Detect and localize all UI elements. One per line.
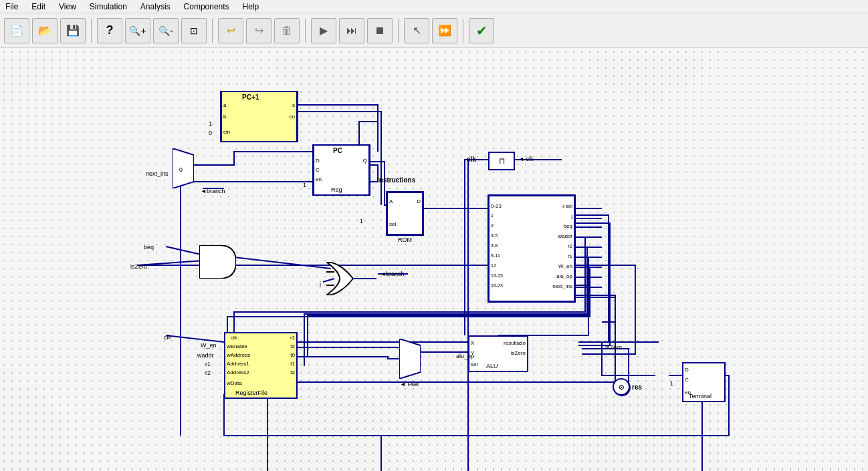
decoder-port-isel: i-sel [562,203,572,209]
zoom-out-button[interactable]: 🔍- [153,18,179,43]
svg-marker-33 [399,339,421,379]
pc-sublabel: Reg [331,186,342,193]
mux-bottom[interactable] [399,339,421,379]
rf-port-r1-val: t2 [290,343,295,349]
pc-plus1-port-s: s [292,102,295,108]
mux-top[interactable]: 0 [173,148,194,188]
delete-button[interactable]: 🗑 [274,18,300,43]
decoder-port-waddr: waddr [558,233,572,239]
open-button[interactable]: 📂 [32,18,58,43]
zoom-fit-button[interactable]: ⊡ [181,18,207,43]
wire-label-branch-top: ◄branch [201,188,225,194]
alu-component[interactable]: X resultado Y isZero sel ALU [468,335,528,372]
decoder-port-r2: r2 [568,243,572,249]
rf-port-wEnable: wEnable [227,343,247,349]
menubar: File Edit View Simulation Analysis Compo… [0,0,868,13]
wire-label-1-terminal: 1 [670,380,673,387]
decoder-component[interactable]: 0-23 i-sel j beq waddr r2 r1 W_en alu_op… [488,195,575,302]
menu-edit[interactable]: Edit [29,1,48,13]
alu-port-resultado: resultado [504,340,526,346]
alu-port-isZero: isZero [511,350,526,356]
separator-2 [212,19,213,43]
menu-components[interactable]: Components [181,1,232,13]
rf-label: RegisterFile [235,389,267,396]
step-forward-button[interactable]: ⏭ [339,18,364,43]
rf-port-clk: clk [231,335,237,341]
rom-port-D: D [417,198,421,204]
check-button[interactable]: ✔ [469,18,494,43]
canvas[interactable]: PC+1 a s b co cin 1 0 PC D C Q en Reg 1 … [0,48,868,471]
wire-label-clk-bottom: clk [164,334,171,341]
menu-view[interactable]: View [56,1,79,13]
res-circle: ⊙ [613,378,630,396]
pc-component[interactable]: PC D C Q en Reg [313,144,370,196]
terminal-port-C: C [685,377,689,383]
clk-component[interactable]: ⊓ [488,152,515,170]
toolbar: 📄 📂 💾 ? 🔍+ 🔍- ⊡ ↩ ↪ 🗑 ▶ ⏭ ⏹ ↖ ⏩ ✔ [0,13,868,48]
zoom-in-button[interactable]: 🔍+ [125,18,150,43]
clk-right-label: ◄ clk [518,156,533,162]
wire-label-beq: beq [144,244,154,251]
separator-3 [305,19,306,43]
play-button[interactable]: ▶ [311,18,336,43]
decoder-range-1623: 16-23 [491,283,503,288]
pc-port-D: D [316,158,320,164]
decoder-port-j: j [571,213,572,219]
decoder-range-38: 3-8 [491,243,498,248]
instructions-rom-component[interactable]: A D sel [387,192,423,235]
pc-plus1-port-b: b [223,114,226,120]
wire-label-waddr-bottom: waddr [197,352,214,359]
redo-button[interactable]: ↪ [246,18,272,43]
wire-label-isel-bottom: ◄ i-sel [400,381,419,387]
decoder-range-1: 1 [491,213,494,218]
rom-port-sel: sel [389,221,396,227]
rf-port-t2: t2 [290,369,295,375]
wire-label-1-top: 1 [209,120,212,127]
or-gate[interactable] [326,262,380,295]
alu-label: ALU [486,363,498,369]
menu-simulation[interactable]: Simulation [87,1,130,13]
res-label: res [632,383,642,391]
rom-port-A: A [389,198,393,204]
pc-plus1-component[interactable]: PC+1 a s b co cin [221,91,298,142]
clk-label: clk [467,156,476,163]
wire-label-isZero: isZero [130,263,147,270]
wire-label-branch-or: ◄branch [380,271,404,277]
new-button[interactable]: 📄 [4,18,29,43]
decoder-port-r1: r1 [568,253,572,259]
help-button[interactable]: ? [97,18,122,43]
decoder-port-wen: W_en [558,263,572,269]
decoder-range-12: 12 [491,263,496,268]
pc-plus1-port-cin: cin [223,129,230,135]
terminal-component[interactable]: D C en Terminal [682,362,726,402]
fast-forward-button[interactable]: ⏩ [432,18,457,43]
rf-port-wData: wData [227,380,242,386]
pc-port-en: en [316,176,322,182]
instructions-label: Instructions [377,176,415,184]
pc-plus1-port-co: co [290,114,295,120]
rf-port-Address1: Address1 [227,361,249,367]
stop-button[interactable]: ⏹ [367,18,393,43]
svg-marker-28 [173,148,194,188]
terminal-port-D: D [685,367,689,373]
menu-analysis[interactable]: Analysis [138,1,173,13]
and-gate-top[interactable] [199,245,236,279]
menu-file[interactable]: File [3,1,21,13]
save-button[interactable]: 💾 [60,18,86,43]
svg-line-22 [166,335,224,342]
svg-line-19 [234,257,331,269]
terminal-label: Terminal [689,393,712,400]
cursor-button[interactable]: ↖ [404,18,429,43]
registerfile-component[interactable]: clk r1 wEnable t2 wAddress t0 Address1 t… [224,332,298,399]
pc-label: PC [333,147,342,154]
decoder-port-023: 0-23 [491,203,502,209]
rf-port-t1: t1 [290,361,295,367]
undo-button[interactable]: ↩ [218,18,243,43]
menu-help[interactable]: Help [240,1,262,13]
pc-plus1-label: PC+1 [242,94,259,101]
pc-plus1-port-a: a [223,102,226,108]
rf-port-r1: r1 [290,335,295,341]
separator-1 [91,19,92,43]
wire-label-aluop-bottom: alu_op [456,353,474,359]
wire-label-1-pc: 1 [303,182,306,188]
